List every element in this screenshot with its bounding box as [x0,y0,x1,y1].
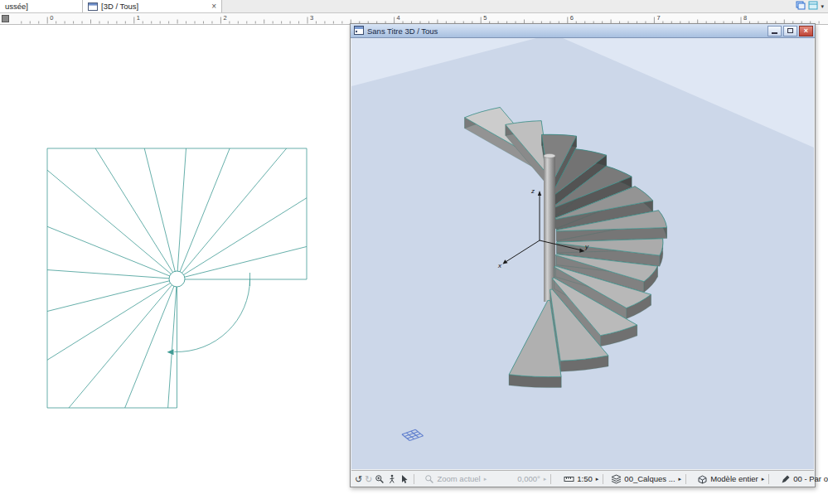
pen-icon [780,473,791,484]
layers-value: 00_Calques ... [624,474,675,483]
chevron-down-icon[interactable]: ▾ [821,3,824,10]
scale-control[interactable]: 1:50 ▸ [564,473,598,484]
tab-bar: ussée] [3D / Tous] × ▾ [0,0,828,13]
viewer-window-3d: Sans Titre 3D / Tous × zxy ↺ ↻ [350,23,816,487]
scale-ruler-icon [564,473,574,484]
cursor-icon[interactable] [399,473,409,484]
model-filter-value: Modèle entier [710,474,758,483]
rotation-angle-control[interactable]: 0,000° ▸ [517,474,546,483]
window-icon [354,26,364,36]
tab-close-icon[interactable]: × [206,2,216,11]
viewport-3d[interactable]: zxy [351,38,814,469]
pen-set-value: 00 - Par outil... [793,474,828,483]
rotation-angle-value: 0,000° [517,474,540,483]
scale-value: 1:50 [577,474,593,483]
zoom-level-control[interactable]: Zoom actuel ▸ [424,473,487,484]
window-title-bar[interactable]: Sans Titre 3D / Tous × [351,24,815,38]
zoom-level-label: Zoom actuel [437,474,480,483]
application: ussée] [3D / Tous] × ▾ 012345678 [0,0,828,504]
pen-set-control[interactable]: 00 - Par outil... ▸ [780,473,828,484]
orbit-icon[interactable]: ↺ [355,473,362,484]
magnifier-icon [424,473,434,484]
orbit-redo-icon[interactable]: ↻ [365,473,372,484]
tab-bar-controls: ▾ [796,0,828,12]
layers-control[interactable]: 00_Calques ... ▸ [611,473,681,484]
tab-window-icon [88,2,98,11]
zoom-in-icon[interactable] [375,473,385,484]
close-button[interactable]: × [799,26,813,36]
angle-arrow-icon: ▸ [544,476,547,482]
tab-ground-floor-label: ussée] [5,2,28,11]
svg-text:z: z [530,187,535,195]
view-toolbar: ↺ ↻ Zoom actuel ▸ 0,000° ▸ [351,470,814,487]
layers-arrow-icon: ▸ [679,476,682,482]
tab-ground-floor[interactable]: ussée] [0,0,83,12]
zoom-arrow-icon: ▸ [484,476,487,482]
tab-list-icon[interactable] [796,1,806,12]
model-arrow-icon: ▸ [762,476,765,482]
stair-3d-render[interactable]: zxy [351,38,814,469]
window-controls: × [767,26,813,36]
minimize-button[interactable] [767,26,782,36]
window-title: Sans Titre 3D / Tous [367,27,438,36]
scale-arrow-icon: ▸ [596,476,599,482]
model-filter-control[interactable]: Modèle entier ▸ [697,473,764,484]
walk-icon[interactable] [387,473,397,484]
tab-3d-tous-label: [3D / Tous] [101,2,138,11]
tab-3d-tous[interactable]: [3D / Tous] × [83,0,222,12]
layers-icon [611,473,622,484]
model-cube-icon [697,473,708,484]
tab-overview-icon[interactable] [808,1,818,12]
maximize-button[interactable] [783,26,797,36]
